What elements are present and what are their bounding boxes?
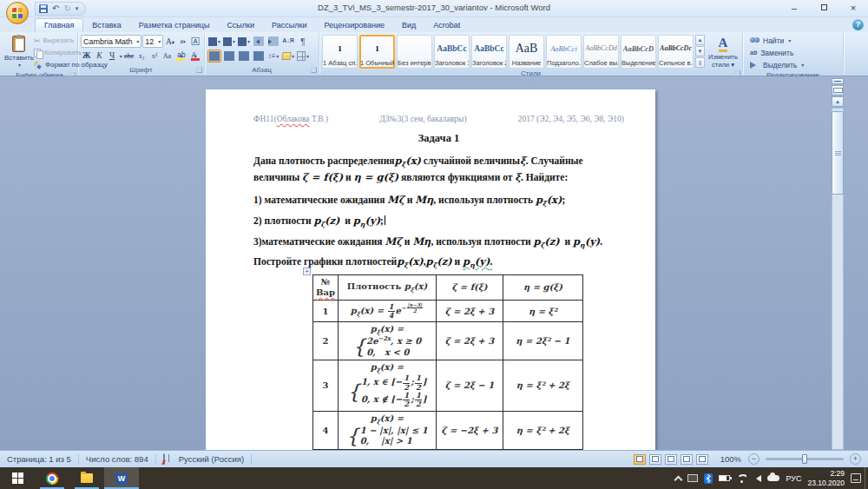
underline-button[interactable]: Ч [106,50,118,62]
bullets-button[interactable]: ▾ [207,35,221,48]
restore-button[interactable] [814,2,833,13]
superscript-button[interactable]: x² [148,50,161,62]
styles-dialog-launcher[interactable] [734,70,740,76]
ribbon-tab-1[interactable]: Главная [35,18,83,32]
save-icon[interactable] [39,4,48,13]
underline-dropdown-icon[interactable]: ▾ [120,53,122,59]
styles-more-icon[interactable]: ⊽ [695,57,705,68]
speaker-icon[interactable] [753,475,761,482]
select-button[interactable]: Выделить▾ [750,59,840,70]
align-right-button[interactable] [237,50,251,63]
ribbon-tab-3[interactable]: Разметка страницы [130,19,219,32]
style-chip[interactable]: Без интерв... [397,35,432,69]
font-size-combo[interactable]: 12▾ [142,35,163,48]
replace-button[interactable]: abЗаменить [750,47,840,58]
bluetooth-icon[interactable] [704,473,713,484]
wifi-icon[interactable] [736,474,746,483]
ribbon-tab-6[interactable]: Рецензирование [315,19,393,32]
highlight-button[interactable]: ab▾ [174,50,187,62]
justify-button[interactable] [252,50,266,63]
start-button[interactable] [0,467,35,489]
style-chip[interactable]: AaBbCcDсСильное в... [658,35,694,69]
styles-scroll-down-icon[interactable]: ▼ [695,46,705,56]
style-chip[interactable]: AaBbCcDdСлабое вы... [583,35,619,69]
strikethrough-button[interactable]: abc [123,50,135,62]
zoom-in-button[interactable]: + [850,453,861,465]
scroll-up-icon[interactable]: ▲ [832,96,844,107]
tray-display-icon[interactable] [687,474,698,482]
style-chip[interactable]: 11 Абзац сп... [322,35,358,69]
style-chip[interactable]: AaBbCсЗаголовок 1 [434,35,470,69]
ribbon-tab-2[interactable]: Вставка [83,19,129,32]
change-styles-button[interactable]: А Изменить стили ▾ [707,35,740,69]
shading-button[interactable]: ▾ [281,50,295,63]
ribbon-tab-4[interactable]: Ссылки [218,19,263,32]
ruler-toggle-button[interactable] [832,85,844,96]
show-marks-button[interactable]: ¶ [296,35,310,48]
italic-button[interactable]: К [94,50,106,62]
zoom-slider-thumb[interactable] [802,454,807,464]
word-count[interactable]: Число слов: 894 [79,454,155,464]
zoom-level[interactable]: 100% [720,454,741,464]
styles-scroll-up-icon[interactable]: ▲ [695,35,705,45]
decrease-indent-button[interactable] [252,35,266,48]
minimize-button[interactable]: – [785,2,804,13]
borders-button[interactable]: ▾ [296,50,310,63]
zoom-out-button[interactable]: − [748,453,760,465]
find-button[interactable]: Найти▾ [750,35,840,46]
close-button[interactable]: × [844,2,863,13]
clear-formatting-button[interactable]: 🄰 [189,36,201,48]
style-chip[interactable]: AaBНазвание [509,35,544,69]
onedrive-cloud-icon[interactable] [767,475,779,481]
qat-customize-chevron-icon[interactable]: ▾ [76,5,79,12]
taskbar-word-button[interactable]: W [104,467,139,489]
grow-font-button[interactable]: А▴ [164,36,176,48]
numbering-button[interactable]: ▾ [222,35,236,48]
view-fullscreen-button[interactable] [649,454,661,465]
increase-indent-button[interactable] [266,35,280,48]
style-chip[interactable]: AaBbCcЗаголовок 2 [471,35,507,69]
office-menu-button[interactable] [6,2,29,24]
show-desktop-button[interactable] [865,467,868,489]
subscript-button[interactable]: x₂ [135,50,148,62]
align-center-button[interactable] [222,50,236,63]
proofing-status[interactable] [156,454,172,464]
scrollbar-thumb[interactable] [832,111,844,195]
style-chip[interactable]: 11 Обычный [359,35,395,69]
action-center-icon[interactable] [851,473,861,483]
sort-button[interactable]: А↓Я [281,35,295,48]
document-page[interactable]: ФН11(Облакова Т.В.) ДЗ№3(3 сем, бакалавр… [206,89,655,450]
bold-button[interactable]: Ж [81,50,93,62]
zoom-slider-track[interactable] [766,458,844,460]
undo-icon[interactable]: ↶ [52,4,59,13]
tray-expand-chevron-icon[interactable] [674,475,683,484]
font-name-combo[interactable]: Cambria Math▾ [81,35,141,48]
ribbon-tab-5[interactable]: Рассылки [263,19,315,32]
align-left-button[interactable] [207,50,221,63]
ribbon-tab-7[interactable]: Вид [393,19,424,32]
taskbar-chrome-button[interactable] [35,467,69,489]
help-button[interactable]: ? [852,19,864,30]
clock[interactable]: 2:2923.10.2020 [807,469,845,487]
table-move-handle-icon[interactable]: + [303,268,311,275]
ribbon-tab-8[interactable]: Acrobat [424,19,469,32]
view-web-layout-button[interactable] [665,454,677,465]
change-case-button[interactable]: Aa [161,50,174,62]
font-dialog-launcher[interactable] [196,67,202,73]
page-indicator[interactable]: Страница: 1 из 5 [0,454,78,464]
multilevel-list-button[interactable]: ▾ [237,35,251,48]
battery-icon[interactable] [719,475,730,481]
split-handle[interactable] [832,78,844,84]
paste-button[interactable]: Вставить ▾ [4,35,34,70]
input-language-indicator[interactable]: РУС [786,474,801,483]
view-outline-button[interactable] [681,454,693,465]
redo-icon[interactable]: ↻ [63,4,70,13]
taskbar-explorer-button[interactable] [69,467,104,489]
line-spacing-button[interactable]: ↕≡▾ [266,50,280,63]
view-print-layout-button[interactable] [634,454,646,465]
shrink-font-button[interactable]: а▾ [177,36,189,48]
language-indicator[interactable]: Русский (Россия) [172,454,251,464]
style-chip[interactable]: AaBbCciПодзаголо... [546,35,582,69]
style-chip[interactable]: AaBbCcDВыделение [621,35,656,69]
font-color-button[interactable]: А▾ [188,50,201,62]
